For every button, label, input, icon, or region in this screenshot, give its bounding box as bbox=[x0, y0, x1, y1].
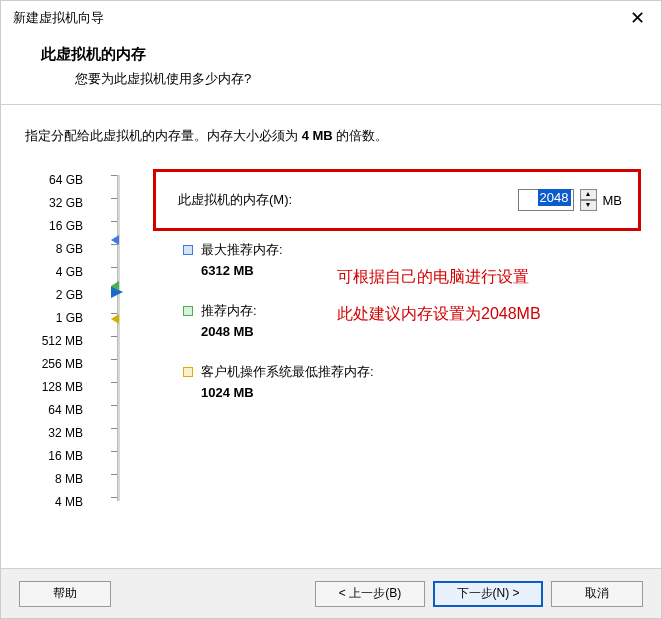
next-button[interactable]: 下一步(N) > bbox=[433, 581, 543, 607]
scale-label: 16 MB bbox=[48, 448, 83, 465]
rec-label: 推荐内存: bbox=[201, 302, 257, 320]
spinner-up-icon[interactable]: ▲ bbox=[580, 189, 597, 200]
page-subtitle: 您要为此虚拟机使用多少内存? bbox=[41, 70, 621, 88]
instruction-text: 指定分配给此虚拟机的内存量。内存大小必须为 4 MB 的倍数。 bbox=[25, 127, 641, 145]
spinner-down-icon[interactable]: ▼ bbox=[580, 200, 597, 211]
memory-unit: MB bbox=[603, 193, 623, 208]
cancel-button[interactable]: 取消 bbox=[551, 581, 643, 607]
memory-input[interactable]: 2048 bbox=[518, 189, 574, 211]
scale-label: 512 MB bbox=[42, 333, 83, 350]
scale-label: 16 GB bbox=[49, 218, 83, 235]
scale-label: 4 MB bbox=[55, 494, 83, 511]
close-icon[interactable]: ✕ bbox=[624, 7, 651, 29]
min-rec-label: 客户机操作系统最低推荐内存: bbox=[201, 363, 374, 381]
scale-label: 256 MB bbox=[42, 356, 83, 373]
instruction-suffix: 的倍数。 bbox=[333, 128, 389, 143]
scale-label: 32 GB bbox=[49, 195, 83, 212]
annotation-text-1: 可根据自己的电脑进行设置 bbox=[337, 267, 529, 288]
back-button[interactable]: < 上一步(B) bbox=[315, 581, 425, 607]
square-green-icon bbox=[183, 306, 193, 316]
square-blue-icon bbox=[183, 245, 193, 255]
scale-label: 8 GB bbox=[56, 241, 83, 258]
max-rec-label: 最大推荐内存: bbox=[201, 241, 283, 259]
min-rec-value: 1024 MB bbox=[201, 385, 641, 400]
memory-field-label: 此虚拟机的内存(M): bbox=[178, 191, 508, 209]
instruction-prefix: 指定分配给此虚拟机的内存量。内存大小必须为 bbox=[25, 128, 302, 143]
memory-scale-labels: 64 GB 32 GB 16 GB 8 GB 4 GB 2 GB 1 GB 51… bbox=[25, 169, 83, 511]
annotation-text-2: 此处建议内存设置为2048MB bbox=[337, 304, 541, 325]
scale-label: 32 MB bbox=[48, 425, 83, 442]
min-marker-icon bbox=[111, 314, 119, 324]
square-yellow-icon bbox=[183, 367, 193, 377]
scale-label: 64 GB bbox=[49, 172, 83, 189]
memory-input-highlight: 此虚拟机的内存(M): 2048 ▲ ▼ MB bbox=[153, 169, 641, 231]
scale-label: 1 GB bbox=[56, 310, 83, 327]
instruction-bold: 4 MB bbox=[302, 128, 333, 143]
scale-label: 2 GB bbox=[56, 287, 83, 304]
page-title: 此虚拟机的内存 bbox=[41, 45, 621, 64]
scale-label: 128 MB bbox=[42, 379, 83, 396]
scale-label: 64 MB bbox=[48, 402, 83, 419]
memory-input-value: 2048 bbox=[538, 189, 571, 206]
memory-slider[interactable] bbox=[117, 175, 120, 501]
window-title: 新建虚拟机向导 bbox=[13, 9, 104, 27]
scale-label: 8 MB bbox=[55, 471, 83, 488]
rec-marker-icon bbox=[111, 281, 119, 291]
max-marker-icon bbox=[111, 235, 119, 245]
scale-label: 4 GB bbox=[56, 264, 83, 281]
help-button[interactable]: 帮助 bbox=[19, 581, 111, 607]
rec-value: 2048 MB bbox=[201, 324, 641, 339]
